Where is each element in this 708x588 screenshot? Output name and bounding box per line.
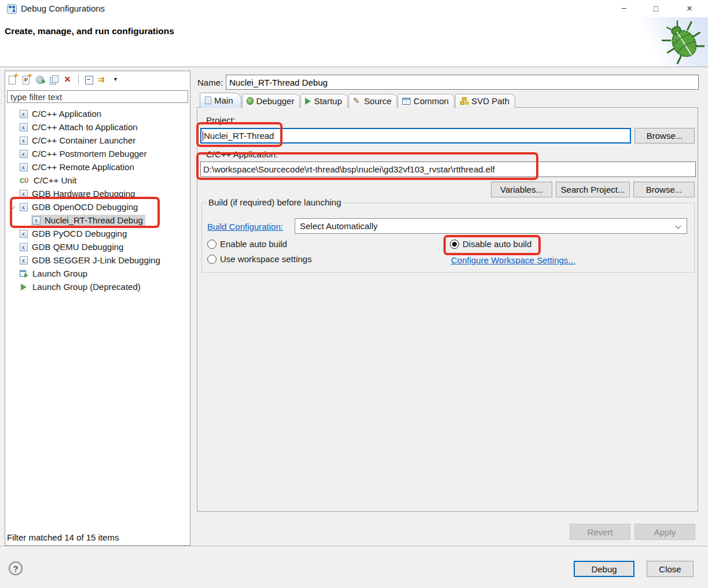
configure-workspace-settings-link[interactable]: Configure Workspace Settings...: [451, 255, 575, 265]
use-workspace-settings-radio[interactable]: Use workspace settings: [207, 254, 311, 264]
toolbar-separator: [78, 74, 79, 84]
tree-item[interactable]: C/C++ Attach to Application: [5, 120, 190, 134]
tab-label: Source: [364, 96, 392, 106]
help-button[interactable]: ?: [9, 561, 23, 575]
tree-item-label: GDB SEGGER J-Link Debugging: [32, 255, 160, 265]
application-label: C/C++ Application:: [206, 149, 278, 159]
tree-item[interactable]: Launch Group: [5, 267, 190, 280]
tab-main[interactable]: Main: [200, 93, 241, 108]
configurations-panel: C/C++ ApplicationC/C++ Attach to Applica…: [5, 71, 190, 546]
tab-common[interactable]: Common: [398, 94, 454, 108]
filter-configurations-icon[interactable]: [98, 75, 108, 84]
application-input[interactable]: D:\workspace\Sourcecode\rt-thread\bsp\nu…: [200, 161, 696, 177]
tree-item-label: Launch Group: [32, 269, 87, 278]
build-configuration-select[interactable]: Select Automatically: [295, 218, 687, 234]
common-tab-icon: [402, 98, 410, 105]
tree-item-label: C/C++ Container Launcher: [32, 135, 135, 145]
tree-item[interactable]: GDB Hardware Debugging: [5, 187, 190, 200]
maximize-button[interactable]: □: [643, 0, 669, 17]
debug-configurations-dialog: Debug Configurations – □ × Create, manag…: [0, 0, 708, 588]
new-prototype-icon[interactable]: [21, 75, 31, 84]
filter-input[interactable]: [7, 90, 188, 103]
tree-item[interactable]: Nuclei_RT-Thread Debug: [5, 214, 190, 227]
tree-item-label: C/C++ Postmortem Debugger: [32, 149, 146, 159]
tree-item[interactable]: GDB QEMU Debugging: [5, 240, 190, 253]
search-project-button[interactable]: Search Project...: [556, 182, 630, 197]
debug-configurations-icon: [7, 4, 17, 14]
c-config-icon: [20, 110, 28, 118]
tree-item[interactable]: GDB SEGGER J-Link Debugging: [5, 253, 190, 267]
new-configuration-icon[interactable]: [8, 75, 17, 84]
project-value: Nuclei_RT-Thread: [204, 131, 274, 141]
cpp-unit-icon: [20, 177, 30, 185]
page-title: Create, manage, and run configurations: [5, 26, 174, 36]
tree-item[interactable]: GDB PyOCD Debugging: [5, 227, 190, 240]
name-label: Name:: [197, 78, 223, 87]
project-label: Project:: [206, 115, 236, 125]
tab-label: SVD Path: [471, 96, 509, 106]
debug-button[interactable]: Debug: [574, 561, 634, 577]
launch-group-icon: [20, 270, 28, 278]
tree-item[interactable]: Launch Group (Deprecated): [5, 280, 190, 293]
tree-item[interactable]: C/C++ Container Launcher: [5, 134, 190, 147]
build-group-title: Build (if required) before launching: [206, 197, 343, 207]
expand-chevron-icon[interactable]: [10, 203, 16, 209]
build-configuration-value: Select Automatically: [300, 221, 377, 231]
text-caret: [203, 131, 203, 141]
tab-source[interactable]: Source: [349, 94, 398, 108]
tab-label: Startup: [314, 96, 342, 106]
tree-item-label: GDB QEMU Debugging: [32, 242, 123, 252]
config-toolbar: [8, 73, 122, 86]
apply-button[interactable]: Apply: [634, 524, 695, 540]
tree-item[interactable]: C/C++ Unit: [5, 174, 190, 187]
tree-item-label: Launch Group (Deprecated): [32, 282, 141, 292]
bug-illustration-icon: [662, 19, 705, 65]
source-tab-icon: [353, 97, 361, 105]
collapse-all-icon[interactable]: [84, 75, 94, 84]
close-button[interactable]: Close: [647, 561, 694, 577]
tree-item[interactable]: C/C++ Remote Application: [5, 160, 190, 174]
minimize-button[interactable]: –: [611, 0, 637, 16]
tree-item-label: C/C++ Unit: [34, 175, 76, 185]
build-configuration-link[interactable]: Build Configuration:: [207, 222, 283, 231]
tab-startup[interactable]: Startup: [300, 94, 347, 108]
footer-divider: [0, 546, 708, 546]
launch-group-deprecated-icon: [20, 283, 28, 291]
delete-configuration-icon[interactable]: [63, 75, 73, 84]
c-config-icon: [20, 163, 28, 171]
tree-item[interactable]: C/C++ Postmortem Debugger: [5, 147, 190, 160]
app-browse-button[interactable]: Browse...: [633, 182, 695, 197]
config-tree: C/C++ ApplicationC/C++ Attach to Applica…: [5, 107, 190, 293]
close-window-button[interactable]: ×: [676, 0, 703, 17]
tree-item-label: GDB Hardware Debugging: [32, 189, 135, 199]
variables-button[interactable]: Variables...: [491, 182, 552, 197]
tree-item-label: Nuclei_RT-Thread Debug: [45, 215, 143, 225]
radio-off-icon: [207, 255, 217, 264]
build-group: Build (if required) before launching Bui…: [201, 203, 695, 273]
duplicate-configuration-icon[interactable]: [49, 75, 59, 84]
title-bar: Debug Configurations – □ ×: [0, 0, 708, 17]
revert-button[interactable]: Revert: [570, 524, 630, 540]
tree-item[interactable]: C/C++ Application: [5, 107, 190, 120]
app-action-buttons: Variables...Search Project...Browse...: [491, 182, 695, 197]
tab-debugger[interactable]: Debugger: [242, 94, 300, 108]
disable-auto-build-label: Disable auto build: [463, 239, 531, 249]
debugger-tab-icon: [247, 97, 254, 105]
project-input[interactable]: Nuclei_RT-Thread: [200, 128, 631, 144]
tree-item[interactable]: GDB OpenOCD Debugging: [5, 200, 190, 214]
disable-auto-build-radio[interactable]: Disable auto build: [450, 239, 531, 249]
export-configuration-icon[interactable]: [35, 75, 45, 84]
c-config-icon: [20, 256, 28, 264]
main-tab-icon: [205, 97, 211, 104]
tab-svd-path[interactable]: SVD Path: [455, 94, 515, 108]
enable-auto-build-radio[interactable]: Enable auto build: [207, 239, 287, 249]
chevron-down-icon: [676, 223, 681, 229]
tab-label: Debugger: [256, 96, 295, 106]
tree-item-label: C/C++ Attach to Application: [32, 122, 138, 132]
c-config-icon: [20, 203, 28, 211]
name-input[interactable]: [226, 75, 699, 90]
project-browse-button[interactable]: Browse...: [634, 128, 695, 144]
menu-dropdown-icon[interactable]: [112, 75, 122, 84]
c-config-icon: [20, 150, 28, 158]
radio-off-icon: [207, 240, 217, 249]
